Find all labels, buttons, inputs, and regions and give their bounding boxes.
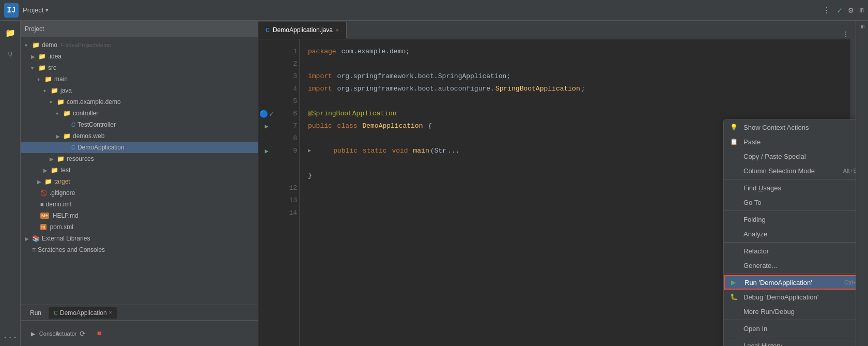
panel-header: Project <box>21 21 258 37</box>
marker-7: ▶ <box>260 120 273 132</box>
run-arrow-9[interactable]: ▶ <box>265 147 268 155</box>
refresh-icon[interactable]: ⟳ <box>76 327 89 340</box>
menu-item-debug-demo[interactable]: 🐛 Debug 'DemoApplication' <box>724 290 856 304</box>
main-area: 📁 ⑂ ··· Project ▾ 📁 demo F:\ideaProject\… <box>0 21 868 346</box>
marker-9: ▶ <box>260 145 273 157</box>
run-tab[interactable]: Run <box>25 307 47 319</box>
sep-4 <box>724 274 856 274</box>
code-line-1: package com.example.demo; <box>308 46 842 58</box>
fold-arrow-9[interactable]: ▶ <box>308 145 311 157</box>
checkmark-icon: ✓ <box>837 5 842 16</box>
tree-item-package[interactable]: ▾ 📁 com.example.demo <box>21 96 258 108</box>
tree-item-demo-iml[interactable]: ▶ ■ demo.iml <box>21 199 258 210</box>
context-menu: 💡 Show Context Actions Alt+Enter 📋 Paste… <box>723 119 856 346</box>
editor-tab-actions: ⋮ <box>836 30 856 39</box>
code-line-4: import org.springframework.boot.autoconf… <box>308 83 842 95</box>
tab-label: DemoApplication.java <box>273 26 333 34</box>
sep-2 <box>724 210 856 211</box>
demo-app-tab[interactable]: C DemoApplication × <box>49 307 117 319</box>
column-label: Column Selection Mode <box>743 167 839 175</box>
git-icon[interactable]: ⑂ <box>2 48 19 64</box>
column-shortcut: Alt+Shift+Insert <box>843 168 856 174</box>
menu-item-go-to[interactable]: Go To › <box>724 195 856 209</box>
more-icon[interactable]: ⋮ <box>823 5 831 16</box>
project-label: Project <box>23 6 43 14</box>
tree-item-demo[interactable]: ▾ 📁 demo F:\ideaProject\demo <box>21 39 258 51</box>
demo-tab-close[interactable]: × <box>109 310 112 315</box>
menu-item-run-demo[interactable]: ▶ Run 'DemoApplication' Ctrl+Shift+F10 <box>724 275 856 290</box>
bottom-panel: Run C DemoApplication × ▶ Console Actuat… <box>21 305 258 346</box>
tree-item-resources[interactable]: ▶ 📁 resources <box>21 153 258 164</box>
line-marker-area: 🔵 ✓ ▶ ▶ <box>258 39 275 346</box>
menu-item-open-in[interactable]: Open In › <box>724 321 856 336</box>
tree-item-scratches[interactable]: ▶ ≡ Scratches and Consoles <box>21 244 258 255</box>
marker-1 <box>260 46 273 58</box>
tree-item-target[interactable]: ▶ 📁 target <box>21 176 258 187</box>
folder-icon[interactable]: 📁 <box>2 25 19 41</box>
ellipsis-icon[interactable]: ··· <box>2 329 19 346</box>
tree-item-java[interactable]: ▾ 📁 java <box>21 85 258 96</box>
menu-item-column-selection[interactable]: Column Selection Mode Alt+Shift+Insert <box>724 163 856 178</box>
right-sidebar-icon[interactable]: ≡ <box>859 25 866 28</box>
menu-item-folding[interactable]: Folding › <box>724 212 856 227</box>
menu-item-refactor[interactable]: Refactor › <box>724 244 856 258</box>
menu-item-generate[interactable]: Generate... Alt+Insert <box>724 258 856 273</box>
code-editor[interactable]: 🔵 ✓ ▶ ▶ 1 2 3 4 5 6 7 8 <box>258 39 856 346</box>
stop-icon[interactable]: ■ <box>93 327 105 340</box>
run-demo-shortcut: Ctrl+Shift+F10 <box>844 279 856 285</box>
editor-tabs: C DemoApplication.java × ⋮ <box>258 21 856 39</box>
marker-3 <box>260 70 273 83</box>
tree-item-demoapplication[interactable]: ▶ C DemoApplication <box>21 142 258 153</box>
editor-tab-demoapplication[interactable]: C DemoApplication.java × <box>258 22 347 39</box>
left-sidebar-icons: 📁 ⑂ ··· <box>0 21 21 346</box>
analyze-label: Analyze <box>743 230 856 238</box>
tab-close-button[interactable]: × <box>336 27 339 33</box>
editor-area: C DemoApplication.java × ⋮ 🔵 ✓ <box>258 21 856 346</box>
marker-6: 🔵 ✓ <box>260 108 273 120</box>
run-demo-label: Run 'DemoApplication' <box>745 279 840 287</box>
menu-item-paste[interactable]: 📋 Paste Ctrl+V <box>724 134 856 149</box>
folding-label: Folding <box>743 216 856 223</box>
sep-5 <box>724 320 856 320</box>
code-line-3: import org.springframework.boot.SpringAp… <box>308 70 842 83</box>
tree-item-test[interactable]: ▶ 📁 test <box>21 164 258 176</box>
tree-item-controller[interactable]: ▾ 📁 controller <box>21 108 258 119</box>
tree-item-help-md[interactable]: ▶ M+ HELP.md <box>21 210 258 221</box>
menu-item-local-history[interactable]: Local History › <box>724 338 856 346</box>
tree-item-src[interactable]: ▾ 📁 src <box>21 62 258 73</box>
right-sidebar: ≡ <box>856 21 868 346</box>
tree-item-testcontroller[interactable]: ▶ C TestController <box>21 119 258 130</box>
code-line-6: @SpringBootApplication <box>308 108 842 120</box>
play-icon[interactable]: ▶ <box>27 327 39 340</box>
line-numbers: 1 2 3 4 5 6 7 8 9 10 11 12 13 14 <box>275 39 300 346</box>
bottom-content: ▶ Console Actuator ⟳ ■ <box>21 321 258 346</box>
menu-item-analyze[interactable]: Analyze › <box>724 227 856 241</box>
find-label: Find Usages <box>743 184 856 192</box>
paste-icon: 📋 <box>730 138 740 145</box>
tree-item-gitignore[interactable]: ▶ 🚫 .gitignore <box>21 187 258 199</box>
run-arrow-7[interactable]: ▶ <box>265 123 268 130</box>
actuator-label[interactable]: Actuator <box>60 327 72 340</box>
copy-paste-label: Copy / Paste Special <box>743 153 856 160</box>
tree-item-idea[interactable]: ▶ 📁 .idea <box>21 51 258 62</box>
menu-item-show-context-actions[interactable]: 💡 Show Context Actions Alt+Enter <box>724 120 856 134</box>
tree-item-demos-web[interactable]: ▶ 📁 demos.web <box>21 130 258 142</box>
paste-label: Paste <box>743 138 856 146</box>
more-actions-icon[interactable]: ⋮ <box>842 30 849 39</box>
more-run-label: More Run/Debug <box>743 308 856 315</box>
tree-item-pom-xml[interactable]: ▶ m pom.xml <box>21 221 258 233</box>
tree-item-external-libs[interactable]: ▶ 📚 External Libraries <box>21 233 258 244</box>
menu-item-more-run-debug[interactable]: More Run/Debug › <box>724 304 856 319</box>
settings-icon[interactable]: ⚙ <box>848 5 854 16</box>
app-logo: IJ <box>4 3 19 18</box>
run-demo-icon: ▶ <box>731 279 741 286</box>
project-title[interactable]: Project ▾ <box>23 6 49 14</box>
tab-java-icon: C <box>266 27 270 33</box>
project-dropdown-arrow[interactable]: ▾ <box>45 7 49 13</box>
menu-item-find-usages[interactable]: Find Usages Alt+F7 <box>724 180 856 195</box>
tree-item-main[interactable]: ▾ 📁 main <box>21 73 258 85</box>
marker-2 <box>260 58 273 70</box>
sep-3 <box>724 242 856 243</box>
menu-item-copy-paste-special[interactable]: Copy / Paste Special › <box>724 149 856 163</box>
bottom-tabs: Run C DemoApplication × <box>21 305 258 321</box>
